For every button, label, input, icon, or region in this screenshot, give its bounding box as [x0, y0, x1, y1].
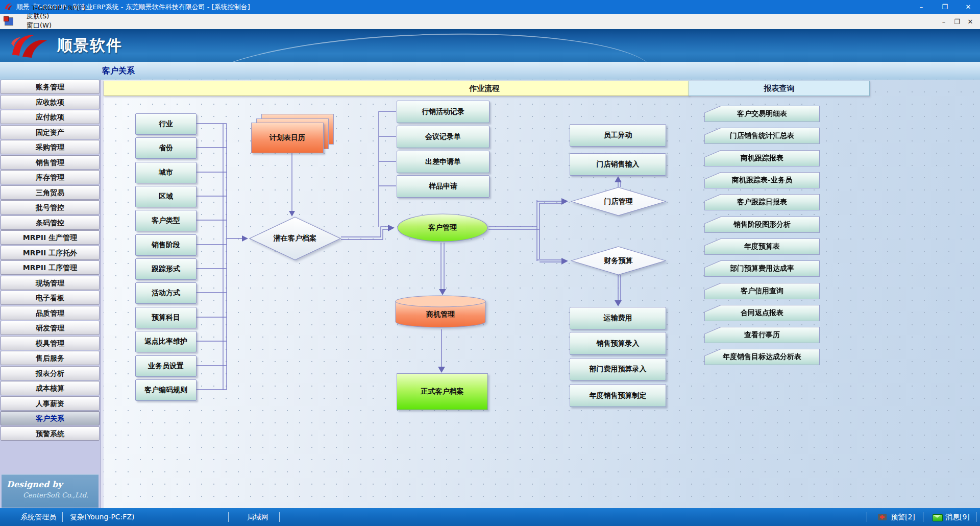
mdi-restore-icon[interactable]: ❐ — [950, 18, 964, 26]
sidebar-item-现场管理[interactable]: 现场管理 — [1, 276, 100, 290]
flow-canvas — [104, 80, 980, 508]
sidebar-item-售后服务[interactable]: 售后服务 — [1, 351, 100, 365]
status-bar: 系统管理员 复杂(Young-PC:FZ) 局域网 预警[2] 消息[9] — [0, 508, 980, 526]
sidebar-item-人事薪资[interactable]: 人事薪资 — [1, 396, 100, 411]
section-workflow-label: 作业流程 — [469, 81, 500, 95]
flow-node-employee-change[interactable]: 员工异动 — [570, 124, 666, 147]
flow-node-label: 部门费用预算录入 — [590, 365, 647, 374]
designer-company-text: CenterSoft Co.,Ltd. — [23, 491, 99, 499]
report-button-门店销售统计汇总表[interactable]: 门店销售统计汇总表 — [704, 128, 820, 144]
sidebar-item-应收款项[interactable]: 应收款项 — [1, 95, 100, 109]
flow-node-industry[interactable]: 行业 — [135, 113, 197, 135]
flow-node-tracking-form[interactable]: 跟踪形式 — [135, 258, 197, 280]
report-button-客户信用查询[interactable]: 客户信用查询 — [704, 283, 820, 299]
report-button-客户交易明细表[interactable]: 客户交易明细表 — [704, 106, 820, 122]
flow-node-opportunity-mgmt[interactable]: 商机管理 — [395, 295, 486, 329]
restore-icon[interactable]: ❐ — [933, 0, 957, 14]
status-separator — [62, 512, 63, 522]
sidebar-item-销售管理[interactable]: 销售管理 — [1, 155, 100, 170]
flow-node-formal-customer[interactable]: 正式客户档案 — [397, 373, 488, 410]
flow-node-city[interactable]: 城市 — [135, 162, 197, 183]
sidebar-item-条码管控[interactable]: 条码管控 — [1, 216, 100, 230]
report-button-合同返点报表[interactable]: 合同返点报表 — [704, 305, 820, 321]
flow-node-region[interactable]: 区域 — [135, 186, 197, 207]
flow-node-label: 行销活动记录 — [422, 107, 464, 116]
flow-node-sales-stage[interactable]: 销售阶段 — [135, 234, 197, 256]
close-icon[interactable]: ✕ — [957, 0, 980, 14]
mdi-minimize-icon[interactable]: – — [937, 18, 950, 26]
flow-node-budget-subject[interactable]: 预算科目 — [135, 307, 197, 328]
report-button-年度销售目标达成分析表[interactable]: 年度销售目标达成分析表 — [704, 349, 820, 365]
status-separator — [279, 512, 280, 522]
flow-node-province[interactable]: 省份 — [135, 137, 197, 159]
report-button-部门预算费用达成率[interactable]: 部门预算费用达成率 — [704, 260, 820, 277]
sidebar-item-MRPII 工序托外[interactable]: MRPII 工序托外 — [1, 246, 100, 260]
flow-node-label: 省份 — [159, 144, 173, 153]
grid-dots — [104, 80, 980, 508]
flow-node-store-mgmt[interactable]: 门店管理 — [571, 187, 666, 216]
report-button-查看行事历[interactable]: 查看行事历 — [704, 327, 820, 343]
flow-node-travel-request[interactable]: 出差申请单 — [397, 151, 489, 173]
mdi-close-icon[interactable]: ✕ — [964, 18, 977, 26]
flow-node-meeting-record[interactable]: 会议记录单 — [397, 126, 489, 148]
sidebar-item-固定资产[interactable]: 固定资产 — [1, 125, 100, 139]
flow-node-label: 城市 — [159, 168, 173, 177]
flow-node-salesman-setup[interactable]: 业务员设置 — [135, 355, 197, 377]
status-messages[interactable]: 消息[9] — [945, 508, 970, 526]
flow-node-customer-code-rule[interactable]: 客户编码规则 — [135, 379, 197, 401]
report-button-年度预算表[interactable]: 年度预算表 — [704, 238, 820, 255]
module-sidebar: 账务管理应收款项应付款项固定资产采购管理销售管理库存管理三角贸易批号管控条码管控… — [0, 80, 100, 508]
flow-node-sample-request[interactable]: 样品申请 — [397, 175, 489, 198]
flow-node-customer-type[interactable]: 客户类型 — [135, 210, 197, 231]
sidebar-item-研发管理[interactable]: 研发管理 — [1, 321, 100, 335]
sidebar-item-电子看板[interactable]: 电子看板 — [1, 291, 100, 305]
report-button-销售阶段图形分析[interactable]: 销售阶段图形分析 — [704, 217, 820, 233]
menu-bar: T-GROUP ERP(E)皮肤(S)窗口(W)帮助(H) – ❐ ✕ — [0, 14, 980, 30]
flow-node-transport-cost[interactable]: 运输费用 — [570, 307, 666, 329]
sidebar-item-账务管理[interactable]: 账务管理 — [1, 80, 100, 94]
report-button-商机跟踪报表[interactable]: 商机跟踪报表 — [704, 150, 820, 166]
sidebar-item-采购管理[interactable]: 采购管理 — [1, 140, 100, 154]
sidebar-item-批号管控[interactable]: 批号管控 — [1, 200, 100, 214]
sidebar-item-成本核算[interactable]: 成本核算 — [1, 381, 100, 395]
flow-node-activity-mode[interactable]: 活动方式 — [135, 282, 197, 304]
flow-node-dept-budget-entry[interactable]: 部门费用预算录入 — [570, 358, 666, 380]
sidebar-item-客户关系[interactable]: 客户关系 — [1, 411, 100, 425]
sidebar-item-MRPII 生产管理[interactable]: MRPII 生产管理 — [1, 230, 100, 245]
menu-item[interactable]: T-GROUP ERP(E) — [24, 4, 93, 12]
menu-item[interactable]: 皮肤(S) — [19, 12, 93, 21]
window-title: 顺景『T-GROUP』制造业ERP系统 - 东莞顺景软件科技有限公司 - [系统… — [16, 3, 910, 12]
flow-node-store-sales-input[interactable]: 门店销售输入 — [570, 153, 666, 176]
decor-curve — [193, 29, 654, 62]
sidebar-item-MRPII 工序管理[interactable]: MRPII 工序管理 — [1, 260, 100, 275]
sidebar-item-报表分析[interactable]: 报表分析 — [1, 366, 100, 380]
flow-node-annual-sales-budget[interactable]: 年度销售预算制定 — [570, 384, 666, 407]
flow-node-sales-budget-entry[interactable]: 销售预算录入 — [570, 332, 666, 355]
flow-node-plan-calendar[interactable]: 计划表日历 — [251, 123, 324, 153]
sidebar-item-模具管理[interactable]: 模具管理 — [1, 336, 100, 350]
report-button-label: 年度预算表 — [705, 239, 819, 254]
status-separator — [867, 512, 867, 522]
flow-node-label: 销售预算录入 — [597, 339, 640, 348]
flow-node-customer-mgmt[interactable]: 客户管理 — [397, 213, 488, 243]
page-title: 客户关系 — [102, 62, 135, 80]
flow-node-label: 门店销售输入 — [597, 160, 640, 169]
sidebar-item-三角贸易[interactable]: 三角贸易 — [1, 185, 100, 200]
minimize-icon[interactable]: – — [910, 0, 933, 14]
flow-node-finance-budget[interactable]: 财务预算 — [571, 246, 666, 275]
sidebar-item-预警系统[interactable]: 预警系统 — [1, 426, 100, 441]
report-button-客户跟踪日报表[interactable]: 客户跟踪日报表 — [704, 194, 820, 210]
sidebar-item-应付款项[interactable]: 应付款项 — [1, 110, 100, 124]
flow-node-potential-customer[interactable]: 潜在客户档案 — [249, 217, 341, 260]
menu-item[interactable]: 窗口(W) — [19, 21, 93, 30]
report-button-label: 合同返点报表 — [705, 305, 819, 321]
alert-icon — [878, 514, 887, 520]
flow-node-marketing-record[interactable]: 行销活动记录 — [397, 101, 489, 123]
report-button-商机跟踪表-业务员[interactable]: 商机跟踪表-业务员 — [704, 172, 820, 188]
report-button-label: 客户交易明细表 — [705, 106, 819, 122]
flow-node-rebate-rate[interactable]: 返点比率维护 — [135, 331, 197, 352]
flow-node-label: 样品申请 — [429, 182, 457, 191]
status-alerts[interactable]: 预警[2] — [891, 508, 915, 526]
sidebar-item-库存管理[interactable]: 库存管理 — [1, 170, 100, 184]
sidebar-item-品质管理[interactable]: 品质管理 — [1, 306, 100, 320]
